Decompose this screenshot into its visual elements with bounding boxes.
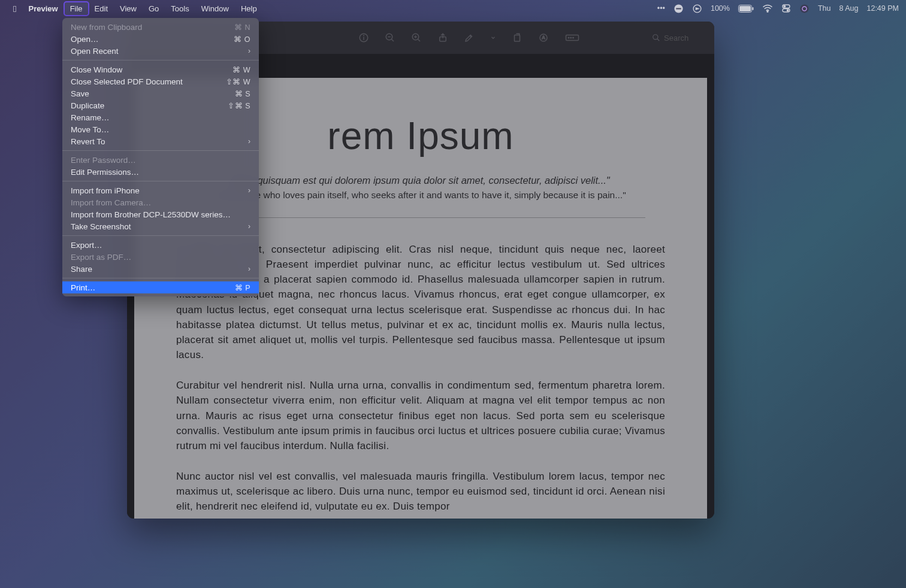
menu-item-label: Edit Permissions… xyxy=(71,168,139,177)
shortcut-label: ⌘ S xyxy=(235,89,250,98)
menu-item-label: Open… xyxy=(71,35,99,44)
menu-item-share[interactable]: Share› xyxy=(62,263,259,275)
menu-item-save[interactable]: Save⌘ S xyxy=(62,87,259,99)
menu-item-edit-permissions[interactable]: Edit Permissions… xyxy=(62,166,259,178)
app-menu[interactable]: Preview xyxy=(22,2,64,16)
menu-item-label: Open Recent xyxy=(71,47,119,56)
svg-point-30 xyxy=(787,10,789,11)
chevron-down-icon[interactable] xyxy=(490,32,496,43)
menu-item-import-from-camera: Import from Camera… xyxy=(62,196,259,208)
svg-rect-24 xyxy=(739,6,751,11)
zoom-out-icon[interactable] xyxy=(385,32,395,43)
chevron-right-icon: › xyxy=(248,265,250,273)
paragraph-2: Curabitur vel hendrerit nisl. Nulla urna… xyxy=(176,378,665,453)
menu-item-label: Export as PDF… xyxy=(71,253,131,262)
menu-item-label: New from Clipboard xyxy=(71,23,142,32)
menu-item-export-as-pdf: Export as PDF… xyxy=(62,251,259,263)
svg-point-15 xyxy=(568,37,569,38)
control-center-icon[interactable] xyxy=(781,4,791,13)
chevron-right-icon: › xyxy=(248,137,250,146)
svg-line-19 xyxy=(657,39,660,41)
menu-item-duplicate[interactable]: Duplicate⇧⌘ S xyxy=(62,99,259,111)
menu-help[interactable]: Help xyxy=(235,2,263,16)
svg-rect-25 xyxy=(752,7,753,10)
date-day[interactable]: Thu xyxy=(818,4,831,13)
siri-icon[interactable] xyxy=(799,4,810,14)
svg-point-18 xyxy=(653,35,658,40)
menu-item-close-selected-pdf-document[interactable]: Close Selected PDF Document⇧⌘ W xyxy=(62,75,259,87)
shortcut-label: ⇧⌘ S xyxy=(228,101,250,110)
more-icon[interactable]: ••• xyxy=(657,4,665,13)
menu-item-label: Duplicate xyxy=(71,101,104,110)
menu-file[interactable]: File xyxy=(64,2,89,16)
svg-rect-11 xyxy=(515,35,520,42)
menu-item-revert-to[interactable]: Revert To› xyxy=(62,135,259,147)
menu-item-print[interactable]: Print…⌘ P xyxy=(62,281,259,293)
info-icon[interactable] xyxy=(358,32,369,43)
search-input[interactable] xyxy=(664,34,706,43)
menu-item-move-to[interactable]: Move To… xyxy=(62,123,259,135)
shortcut-label: ⌘ O xyxy=(234,35,250,44)
svg-point-17 xyxy=(573,37,574,38)
clock[interactable]: 12:49 PM xyxy=(866,4,899,13)
menu-separator xyxy=(62,278,259,278)
menu-item-label: Enter Password… xyxy=(71,156,136,165)
zoom-in-icon[interactable] xyxy=(411,32,422,43)
menu-item-label: Export… xyxy=(71,241,102,250)
menu-item-label: Take Screenshot xyxy=(71,222,131,231)
shortcut-label: ⌘ N xyxy=(234,23,250,32)
menu-item-rename[interactable]: Rename… xyxy=(62,111,259,123)
menu-item-label: Revert To xyxy=(71,137,105,146)
battery-percentage: 100% xyxy=(711,4,730,13)
menu-item-label: Share xyxy=(71,265,92,274)
shortcut-label: ⌘ W xyxy=(232,65,250,74)
menu-item-import-from-brother-dcp-l2530dw-series[interactable]: Import from Brother DCP-L2530DW series… xyxy=(62,208,259,220)
menu-go[interactable]: Go xyxy=(143,2,165,16)
svg-point-16 xyxy=(570,37,572,38)
paragraph-3: Nunc auctor nisl vel est convallis, vel … xyxy=(176,469,665,514)
chevron-right-icon: › xyxy=(248,222,250,231)
menu-item-import-from-iphone[interactable]: Import from iPhone› xyxy=(62,184,259,196)
menu-item-label: Close Window xyxy=(71,65,122,74)
menu-item-close-window[interactable]: Close Window⌘ W xyxy=(62,63,259,75)
do-not-disturb-icon[interactable] xyxy=(674,4,684,14)
menu-item-label: Move To… xyxy=(71,125,109,134)
menu-edit[interactable]: Edit xyxy=(89,2,114,16)
menu-separator xyxy=(62,235,259,236)
menu-separator xyxy=(62,150,259,151)
menu-view[interactable]: View xyxy=(114,2,143,16)
screen-mirror-icon[interactable] xyxy=(692,4,702,14)
menu-item-label: Save xyxy=(71,89,89,98)
svg-point-31 xyxy=(800,4,808,13)
svg-line-4 xyxy=(391,39,394,41)
menubar:  Preview FileEditViewGoToolsWindowHelp … xyxy=(0,0,906,17)
menu-separator xyxy=(62,181,259,181)
menu-item-label: Import from iPhone xyxy=(71,186,140,195)
apple-menu-icon[interactable]:  xyxy=(7,1,22,16)
highlight-icon[interactable]: A xyxy=(538,32,549,43)
battery-icon[interactable] xyxy=(738,5,754,13)
share-icon[interactable] xyxy=(437,32,448,43)
menu-item-take-screenshot[interactable]: Take Screenshot› xyxy=(62,220,259,232)
svg-point-29 xyxy=(784,5,786,7)
form-icon[interactable] xyxy=(564,32,580,43)
menu-item-export[interactable]: Export… xyxy=(62,239,259,251)
menu-item-open[interactable]: Open…⌘ O xyxy=(62,33,259,45)
menu-item-label: Print… xyxy=(71,283,95,292)
file-menu-dropdown: New from Clipboard⌘ NOpen…⌘ OOpen Recent… xyxy=(62,18,259,296)
toolbar-icons: A xyxy=(358,32,580,43)
rotate-icon[interactable] xyxy=(512,32,523,43)
menu-item-label: Import from Camera… xyxy=(71,198,151,207)
chevron-right-icon: › xyxy=(248,47,250,55)
menu-window[interactable]: Window xyxy=(195,2,235,16)
wifi-icon[interactable] xyxy=(762,4,773,13)
svg-line-7 xyxy=(418,39,420,41)
search-field[interactable] xyxy=(652,34,706,43)
svg-text:A: A xyxy=(542,35,545,40)
menu-tools[interactable]: Tools xyxy=(165,2,195,16)
menu-item-open-recent[interactable]: Open Recent› xyxy=(62,45,259,57)
markup-icon[interactable] xyxy=(464,32,475,43)
shortcut-label: ⌘ P xyxy=(235,283,250,292)
shortcut-label: ⇧⌘ W xyxy=(226,77,250,86)
svg-rect-21 xyxy=(676,8,681,9)
